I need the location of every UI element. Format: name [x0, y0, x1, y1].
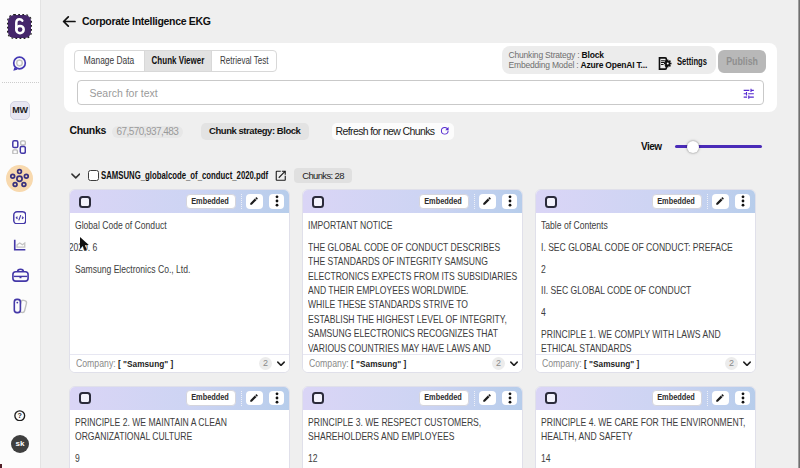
- svg-text:?: ?: [18, 412, 22, 420]
